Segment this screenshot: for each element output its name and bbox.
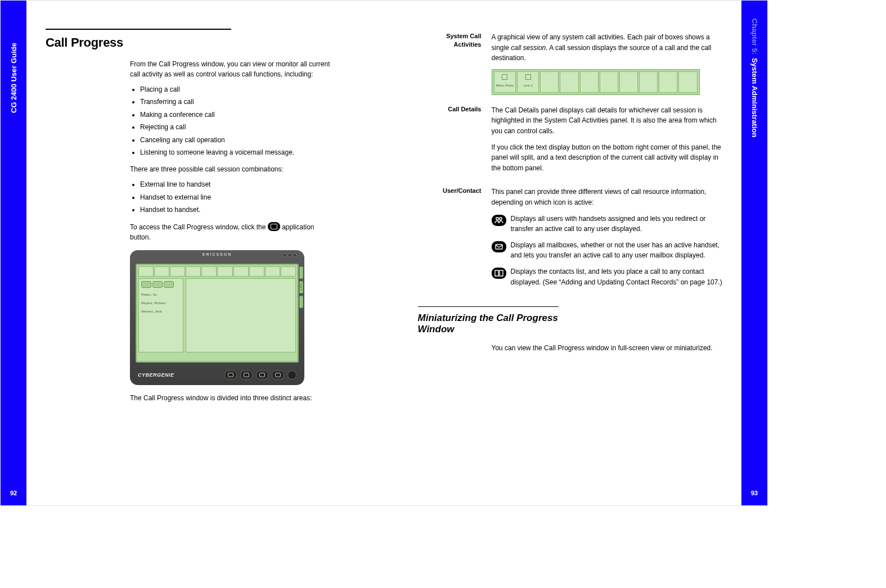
right-page: Chapter 5:System Administration 93 Syste…: [384, 1, 768, 505]
definition-label: Call Details: [422, 105, 482, 179]
list-item: Rejecting a call: [140, 123, 335, 132]
user-contact-panel: Peters, Su Moyers, Richard Melvers, Jack: [138, 278, 183, 352]
device-brand: ERICSSON: [203, 252, 232, 256]
page-number-left: 92: [10, 490, 17, 496]
miniaturizing-body: You can view the Call Progress window in…: [492, 343, 723, 354]
user-list-row: Melvers, Jack: [141, 310, 181, 314]
list-item: Canceling any call operation: [140, 135, 335, 145]
left-page: CG 2400 User Guide 92 Call Progress From…: [1, 1, 384, 505]
access-paragraph: To access the Call Progress window, clic…: [130, 222, 335, 242]
definition-body: A graphical view of any system call acti…: [492, 32, 723, 97]
system-call-activities-definition: System Call Activities A graphical view …: [422, 32, 723, 97]
right-side-tab: Chapter 5:System Administration 93: [741, 1, 767, 505]
device-button: [272, 370, 284, 379]
session-cell: [560, 71, 578, 93]
device-button: [256, 370, 268, 379]
device-button: [224, 370, 237, 379]
call-progress-app-icon: [268, 222, 280, 231]
subsection-rule: [418, 306, 559, 307]
sca-text-em: call session: [511, 44, 546, 52]
device-indicator-leds: [283, 254, 296, 257]
session-cell: [659, 71, 677, 93]
mailbox-view-text: Displays all mailboxes, whether or not t…: [511, 240, 723, 261]
system-call-activities-row: [138, 266, 296, 277]
right-tab-text: Chapter 5:System Administration: [750, 19, 759, 137]
right-tab-title: System Administration: [750, 58, 759, 137]
window-divided-paragraph: The Call Progress window is divided into…: [130, 393, 335, 403]
mailbox-icon: [492, 241, 506, 252]
screen-side-buttons: Call 1: [299, 266, 303, 308]
list-item: Listening to someone leaving a voicemail…: [140, 148, 335, 157]
session-cell: [540, 71, 559, 93]
session-boxes-figure: Menu Picks Line 1: [492, 69, 700, 95]
access-text-before: To access the Call Progress window, clic…: [130, 223, 266, 231]
left-side-tab: CG 2400 User Guide 92: [1, 1, 26, 505]
right-tab-chapter: Chapter 5:: [750, 19, 759, 55]
session-cell: [639, 71, 658, 93]
device-round-button: [287, 370, 296, 379]
users-view-item: Displays all users with handsets assigne…: [492, 214, 723, 234]
section-rule: [46, 29, 231, 30]
contacts-book-icon: [492, 268, 506, 279]
functions-list: Placing a call Transferring a call Makin…: [140, 85, 335, 157]
users-tab-icon: [141, 281, 151, 288]
session-cell: Menu Picks: [494, 71, 516, 93]
mailbox-view-item: Displays all mailboxes, whether or not t…: [492, 240, 723, 261]
user-contact-definition: User/Contact This panel can provide thre…: [422, 187, 723, 293]
session-cell: [600, 71, 618, 93]
user-list-row: Moyers, Richard: [141, 301, 181, 305]
device-footer: CYBERGENIE: [138, 369, 296, 381]
session-combos-list: External line to handset Handset to exte…: [140, 180, 335, 215]
users-icon: [492, 215, 506, 226]
call-details-definition: Call Details The Call Details panel disp…: [422, 105, 723, 179]
session-cell: [678, 71, 697, 93]
session-cell: Line 1: [517, 71, 539, 93]
subsection-title: Miniaturizing the Call Progress Window: [418, 313, 587, 335]
section-title: Call Progress: [46, 35, 350, 50]
mailbox-tab-icon: [152, 281, 163, 288]
device-button-row: [224, 370, 296, 379]
left-tab-text: CG 2400 User Guide: [10, 43, 18, 113]
page-number-right: 93: [751, 490, 758, 496]
user-contact-intro: This panel can provide three different v…: [492, 187, 723, 207]
session-cell: [619, 71, 638, 93]
svg-point-1: [499, 217, 501, 219]
call-details-p1: The Call Details panel displays call det…: [492, 105, 723, 137]
call-details-p2: If you click the text display button on …: [492, 142, 723, 174]
session-cell: [580, 71, 599, 93]
list-item: External line to handset: [140, 180, 335, 189]
user-list-row: Peters, Su: [141, 293, 181, 297]
definition-body: This panel can provide three different v…: [492, 187, 723, 293]
list-item: Handset to handset.: [140, 205, 335, 215]
call-progress-device-figure: ERICSSON Peters, Su Moyers, Richard Melv…: [130, 250, 304, 385]
contacts-view-text: Displays the contacts list, and lets you…: [511, 266, 723, 287]
definition-label: System Call Activities: [422, 32, 482, 97]
svg-point-0: [496, 217, 498, 219]
device-button: [240, 370, 253, 379]
intro-paragraph: From the Call Progress window, you can v…: [130, 59, 335, 79]
contacts-view-item: Displays the contacts list, and lets you…: [492, 266, 723, 287]
list-item: Placing a call: [140, 85, 335, 94]
list-item: Handset to external line: [140, 193, 335, 202]
device-logo: CYBERGENIE: [138, 372, 174, 378]
definition-body: The Call Details panel displays call det…: [492, 105, 723, 179]
session-combos-intro: There are three possible call session co…: [130, 164, 335, 174]
device-screen: Peters, Su Moyers, Richard Melvers, Jack…: [136, 264, 299, 363]
users-view-text: Displays all users with handsets assigne…: [511, 214, 723, 234]
contacts-tab-icon: [164, 281, 174, 288]
definition-label: User/Contact: [422, 187, 482, 293]
list-item: Making a conference call: [140, 110, 335, 120]
left-body-column: From the Call Progress window, you can v…: [130, 59, 335, 403]
list-item: Transferring a call: [140, 97, 335, 107]
call-details-panel: [186, 278, 296, 352]
svg-rect-2: [496, 245, 502, 249]
